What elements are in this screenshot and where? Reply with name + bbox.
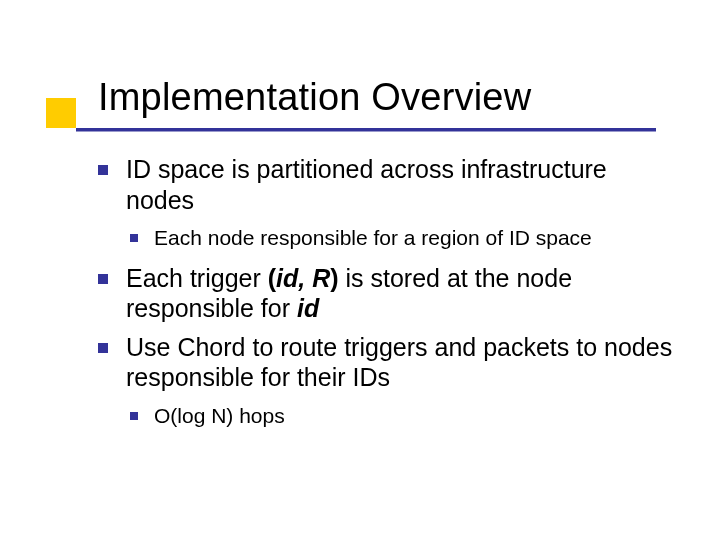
bullet-text: O(log N) hops <box>154 404 285 427</box>
bullet-level1: ID space is partitioned across infrastru… <box>98 154 674 215</box>
bullet-level2: O(log N) hops <box>98 403 674 429</box>
title-rule-shadow <box>76 131 656 132</box>
bullet-level1: Each trigger (id, R) is stored at the no… <box>98 263 674 324</box>
title-accent-square <box>46 98 76 128</box>
bullet-level1: Use Chord to route triggers and packets … <box>98 332 674 393</box>
square-bullet-icon <box>98 274 108 284</box>
paren-close: ) <box>330 264 338 292</box>
bullet-text-part: Each trigger <box>126 264 268 292</box>
slide: Implementation Overview ID space is part… <box>0 0 720 540</box>
slide-title: Implementation Overview <box>98 76 531 119</box>
bullet-text: Each node responsible for a region of ID… <box>154 226 592 249</box>
paren-open: ( <box>268 264 276 292</box>
square-bullet-icon <box>130 412 138 420</box>
bullet-text: Use Chord to route triggers and packets … <box>126 333 672 392</box>
slide-content: ID space is partitioned across infrastru… <box>98 154 674 440</box>
square-bullet-icon <box>130 234 138 242</box>
emphasis-text: id <box>297 294 319 322</box>
bullet-level2: Each node responsible for a region of ID… <box>98 225 674 251</box>
square-bullet-icon <box>98 343 108 353</box>
square-bullet-icon <box>98 165 108 175</box>
emphasis-text: id, R <box>276 264 330 292</box>
bullet-text: ID space is partitioned across infrastru… <box>126 155 607 214</box>
